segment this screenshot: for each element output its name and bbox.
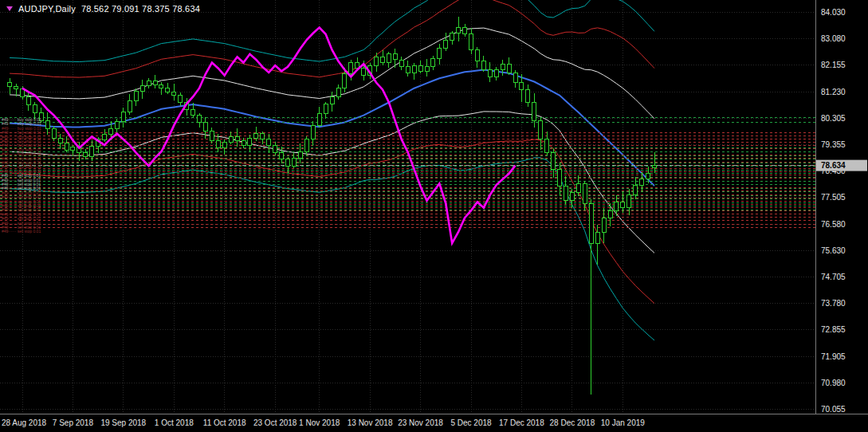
svg-text:76.580: 76.580: [821, 220, 846, 229]
ohlc-readout: 78.562 79.091 78.375 78.634: [81, 4, 200, 14]
svg-text:80.305: 80.305: [821, 114, 846, 123]
svg-text:23 Oct 2018: 23 Oct 2018: [253, 418, 297, 427]
chart-marker-icon: [6, 6, 13, 11]
svg-text:1 Nov 2018: 1 Nov 2018: [299, 418, 340, 427]
symbol-info: AUDJPY,Daily 78.562 79.091 78.375 78.634: [6, 4, 200, 14]
svg-text:70.055: 70.055: [821, 405, 846, 414]
svg-text:74.705: 74.705: [821, 273, 846, 281]
svg-text:83.080: 83.080: [821, 34, 846, 43]
svg-text:17 Dec 2018: 17 Dec 2018: [499, 418, 544, 427]
svg-text:7 Sep 2018: 7 Sep 2018: [53, 418, 94, 427]
svg-text:82.155: 82.155: [821, 61, 846, 69]
svg-text:75.630: 75.630: [821, 246, 846, 255]
order-ticket-labels: #49······ buy stop 0.01#49······ buy sto…: [2, 117, 41, 234]
svg-text:78.634: 78.634: [821, 161, 846, 170]
svg-text:73.780: 73.780: [821, 299, 846, 308]
svg-text:23 Nov 2018: 23 Nov 2018: [398, 418, 443, 427]
svg-text:1 Oct 2018: 1 Oct 2018: [155, 418, 194, 427]
current-price-tag: 78.634: [816, 160, 867, 171]
svg-text:5 Dec 2018: 5 Dec 2018: [450, 418, 492, 427]
svg-text:72.855: 72.855: [821, 325, 846, 334]
svg-text:28 Dec 2018: 28 Dec 2018: [550, 418, 595, 427]
time-axis[interactable]: 28 Aug 20187 Sep 201819 Sep 20181 Oct 20…: [0, 414, 868, 432]
svg-text:28 Aug 2018: 28 Aug 2018: [2, 418, 47, 427]
chart-window: #49······ buy stop 0.01#49······ buy sto…: [0, 0, 868, 432]
price-chart[interactable]: #49······ buy stop 0.01#49······ buy sto…: [0, 0, 868, 432]
svg-text:84.030: 84.030: [821, 8, 846, 17]
symbol-title: AUDJPY,Daily: [18, 4, 76, 14]
svg-text:10 Jan 2019: 10 Jan 2019: [601, 418, 645, 427]
svg-text:77.505: 77.505: [821, 193, 846, 202]
price-axis[interactable]: 84.03083.08082.15581.23080.30579.35578.4…: [815, 0, 868, 432]
svg-text:11 Oct 2018: 11 Oct 2018: [203, 418, 246, 427]
svg-text:79.355: 79.355: [821, 140, 846, 149]
svg-text:70.980: 70.980: [821, 379, 846, 387]
svg-text:#49······ sell stop 0.01: #49······ sell stop 0.01: [2, 229, 41, 234]
svg-text:19 Sep 2018: 19 Sep 2018: [100, 418, 146, 427]
svg-text:13 Nov 2018: 13 Nov 2018: [348, 418, 393, 427]
svg-text:81.230: 81.230: [821, 88, 846, 96]
svg-text:71.905: 71.905: [821, 352, 846, 361]
